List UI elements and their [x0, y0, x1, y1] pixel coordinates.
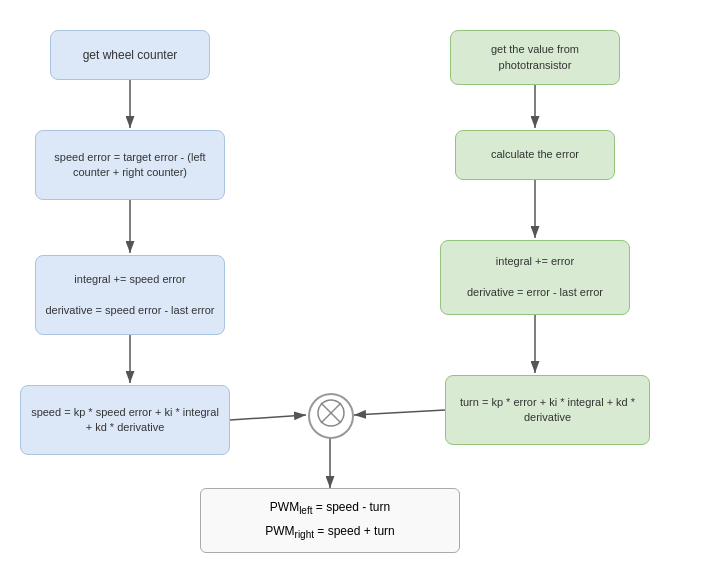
right-start-node: get the value from phototransistor — [450, 30, 620, 85]
left-step2-node: integral += speed errorderivative = spee… — [35, 255, 225, 335]
pwm-output-node: PWMleft = speed - turn PWMright = speed … — [200, 488, 460, 553]
left-step1-node: speed error = target error - (left count… — [35, 130, 225, 200]
svg-line-4 — [230, 415, 306, 420]
right-step1-node: calculate the error — [455, 130, 615, 180]
right-output-node: turn = kp * error + ki * integral + kd *… — [445, 375, 650, 445]
svg-line-8 — [354, 410, 445, 415]
right-step2-node: integral += errorderivative = error - la… — [440, 240, 630, 315]
left-start-node: get wheel counter — [50, 30, 210, 80]
left-output-node: speed = kp * speed error + ki * integral… — [20, 385, 230, 455]
flowchart-diagram: get wheel counter speed error = target e… — [0, 0, 707, 568]
combine-circle — [308, 393, 354, 439]
